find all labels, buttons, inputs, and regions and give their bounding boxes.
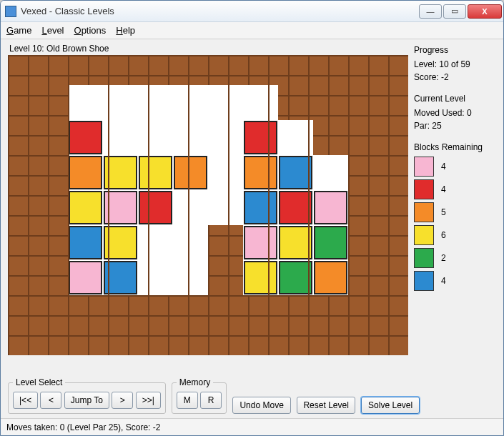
swatch-blue: [414, 271, 434, 291]
menu-help[interactable]: Help: [116, 25, 135, 36]
maximize-button[interactable]: ▭: [443, 4, 466, 19]
prev-level-button[interactable]: <: [40, 392, 61, 409]
menu-game[interactable]: Game: [6, 25, 31, 36]
undo-move-button[interactable]: Undo Move: [232, 397, 291, 414]
cell: [243, 295, 278, 330]
block-pink[interactable]: [244, 226, 277, 259]
block-blue[interactable]: [69, 226, 102, 259]
menu-level[interactable]: Level: [41, 25, 64, 36]
cell: [33, 155, 68, 190]
block-pink[interactable]: [104, 191, 137, 224]
cell: [278, 120, 313, 155]
first-level-button[interactable]: |<<: [13, 392, 38, 409]
cell: [313, 190, 348, 225]
cell: [278, 155, 313, 190]
block-red[interactable]: [69, 121, 102, 154]
block-yellow[interactable]: [244, 261, 277, 294]
cell: [243, 190, 278, 225]
cell: [33, 225, 68, 260]
game-board[interactable]: [8, 55, 408, 355]
cell: [103, 120, 138, 155]
cell: [138, 85, 173, 120]
block-red[interactable]: [139, 191, 172, 224]
cell: [33, 120, 68, 155]
board-wrap: [8, 55, 408, 355]
cell: [68, 155, 103, 190]
blocks-remaining-row: 4: [414, 157, 496, 177]
block-orange[interactable]: [69, 156, 102, 189]
cell: [33, 190, 68, 225]
content: Level 10: Old Brown Shoe Progress Level:…: [1, 39, 503, 376]
block-yellow[interactable]: [279, 226, 312, 259]
window-buttons: — ▭ X: [419, 4, 502, 19]
blocks-remaining-row: 4: [414, 179, 496, 199]
cell: [243, 225, 278, 260]
block-pink[interactable]: [69, 261, 102, 294]
cell: [68, 225, 103, 260]
cell: [138, 225, 173, 260]
cell: [173, 190, 208, 225]
cell: [103, 225, 138, 260]
bottom-controls: Level Select |<< < Jump To > >>| Memory …: [1, 376, 503, 418]
block-yellow[interactable]: [104, 226, 137, 259]
cell: [243, 155, 278, 190]
menu-options[interactable]: Options: [74, 25, 107, 36]
cell: [348, 225, 383, 260]
solve-level-button[interactable]: Solve Level: [361, 397, 420, 414]
app-window: Vexed - Classic Levels — ▭ X Game Level …: [0, 0, 504, 436]
progress-score: Score: -2: [414, 72, 496, 82]
cell: [103, 85, 138, 120]
block-pink[interactable]: [314, 191, 347, 224]
left-column: Level 10: Old Brown Shoe: [8, 44, 408, 373]
cell: [173, 155, 208, 190]
block-blue[interactable]: [279, 156, 312, 189]
block-orange[interactable]: [244, 156, 277, 189]
cell: [208, 260, 243, 295]
swatch-count: 2: [441, 253, 446, 263]
level-select-group: Level Select |<< < Jump To > >>|: [8, 377, 166, 414]
cell: [138, 260, 173, 295]
minimize-button[interactable]: —: [419, 4, 442, 19]
cell: [208, 225, 243, 260]
cell: [68, 260, 103, 295]
last-level-button[interactable]: >>|: [136, 392, 161, 409]
blocks-remaining-list: 445624: [414, 157, 496, 294]
cell: [33, 85, 68, 120]
reset-level-button[interactable]: Reset Level: [297, 397, 355, 414]
cell: [208, 190, 243, 225]
cell: [138, 155, 173, 190]
block-red[interactable]: [244, 121, 277, 154]
moved-used: Moved Used: 0: [414, 108, 496, 118]
app-icon: [5, 6, 16, 17]
cell: [208, 85, 243, 120]
block-red[interactable]: [279, 191, 312, 224]
block-blue[interactable]: [244, 191, 277, 224]
block-green[interactable]: [314, 226, 347, 259]
block-orange[interactable]: [174, 156, 207, 189]
block-yellow[interactable]: [104, 156, 137, 189]
current-level-heading: Current Level: [414, 94, 496, 104]
cell: [33, 295, 68, 330]
memory-r-button[interactable]: R: [200, 392, 222, 409]
close-button[interactable]: X: [468, 4, 502, 19]
memory-m-button[interactable]: M: [177, 392, 198, 409]
cell: [103, 295, 138, 330]
menubar: Game Level Options Help: [1, 22, 503, 39]
swatch-pink: [414, 157, 434, 177]
block-blue[interactable]: [104, 261, 137, 294]
block-yellow[interactable]: [69, 191, 102, 224]
cell: [68, 190, 103, 225]
progress-heading: Progress: [414, 45, 496, 55]
blocks-remaining-heading: Blocks Remaining: [414, 142, 496, 152]
statusbar: Moves taken: 0 (Level Par 25), Score: -2: [1, 418, 503, 435]
progress-level: Level: 10 of 59: [414, 59, 496, 69]
blocks-remaining-row: 6: [414, 225, 496, 245]
cell: [173, 225, 208, 260]
blocks-remaining-row: 5: [414, 202, 496, 222]
block-green[interactable]: [279, 261, 312, 294]
jump-to-button[interactable]: Jump To: [64, 392, 109, 409]
block-yellow[interactable]: [139, 156, 172, 189]
cell: [313, 85, 348, 120]
next-level-button[interactable]: >: [112, 392, 133, 409]
block-orange[interactable]: [314, 261, 347, 294]
